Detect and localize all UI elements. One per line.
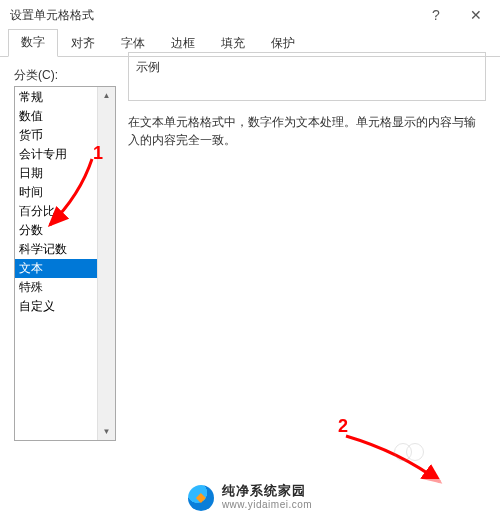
list-item-label: 特殊 [19,280,43,294]
watermark: 纯净系统家园 www.yidaimei.com [0,479,500,517]
watermark-text: 纯净系统家园 www.yidaimei.com [222,484,312,512]
category-label: 分类(C): [14,67,116,84]
list-item-label: 自定义 [19,299,55,313]
window-title: 设置单元格格式 [10,7,416,24]
category-item-date[interactable]: 日期 [15,164,97,183]
category-item-accounting[interactable]: 会计专用 [15,145,97,164]
tab-label: 边框 [171,36,195,50]
category-item-general[interactable]: 常规 [15,88,97,107]
format-cells-dialog: 设置单元格格式 ? ✕ 数字 对齐 字体 边框 填充 保护 分类(C): 常规 … [0,0,500,517]
titlebar: 设置单元格格式 ? ✕ [0,0,500,30]
category-item-scientific[interactable]: 科学记数 [15,240,97,259]
list-item-label: 常规 [19,90,43,104]
category-item-currency[interactable]: 货币 [15,126,97,145]
tab-label: 填充 [221,36,245,50]
category-item-special[interactable]: 特殊 [15,278,97,297]
category-scrollbar[interactable]: ▲ ▼ [97,87,115,440]
help-button[interactable]: ? [416,1,456,29]
decorative-circles-icon [392,439,432,463]
list-item-label: 百分比 [19,204,55,218]
format-description: 在文本单元格格式中，数字作为文本处理。单元格显示的内容与输入的内容完全一致。 [128,113,486,149]
close-button[interactable]: ✕ [456,1,496,29]
tab-alignment[interactable]: 对齐 [58,30,108,57]
category-listbox[interactable]: 常规 数值 货币 会计专用 日期 时间 百分比 分数 科学记数 文本 特殊 自定… [14,86,116,441]
category-column: 分类(C): 常规 数值 货币 会计专用 日期 时间 百分比 分数 科学记数 文… [14,67,116,441]
category-item-percentage[interactable]: 百分比 [15,202,97,221]
scroll-down-icon[interactable]: ▼ [98,423,115,440]
category-item-number[interactable]: 数值 [15,107,97,126]
category-item-text[interactable]: 文本 [15,259,97,278]
list-item-label: 文本 [19,261,43,275]
watermark-url: www.yidaimei.com [222,498,312,512]
list-item-label: 数值 [19,109,43,123]
sample-label: 示例 [134,59,162,76]
category-item-time[interactable]: 时间 [15,183,97,202]
list-item-label: 日期 [19,166,43,180]
tab-number[interactable]: 数字 [8,29,58,57]
detail-column: 示例 在文本单元格格式中，数字作为文本处理。单元格显示的内容与输入的内容完全一致… [128,67,486,441]
watermark-logo-icon [188,485,214,511]
category-item-custom[interactable]: 自定义 [15,297,97,316]
tab-label: 对齐 [71,36,95,50]
tab-label: 数字 [21,35,45,49]
list-item-label: 科学记数 [19,242,67,256]
category-list: 常规 数值 货币 会计专用 日期 时间 百分比 分数 科学记数 文本 特殊 自定… [15,87,97,440]
watermark-name: 纯净系统家园 [222,484,312,498]
scroll-up-icon[interactable]: ▲ [98,87,115,104]
list-item-label: 分数 [19,223,43,237]
tab-label: 字体 [121,36,145,50]
dialog-body: 分类(C): 常规 数值 货币 会计专用 日期 时间 百分比 分数 科学记数 文… [0,57,500,447]
category-item-fraction[interactable]: 分数 [15,221,97,240]
tab-label: 保护 [271,36,295,50]
list-item-label: 会计专用 [19,147,67,161]
list-item-label: 时间 [19,185,43,199]
list-item-label: 货币 [19,128,43,142]
sample-box [128,52,486,101]
sample-group: 示例 [128,67,486,113]
